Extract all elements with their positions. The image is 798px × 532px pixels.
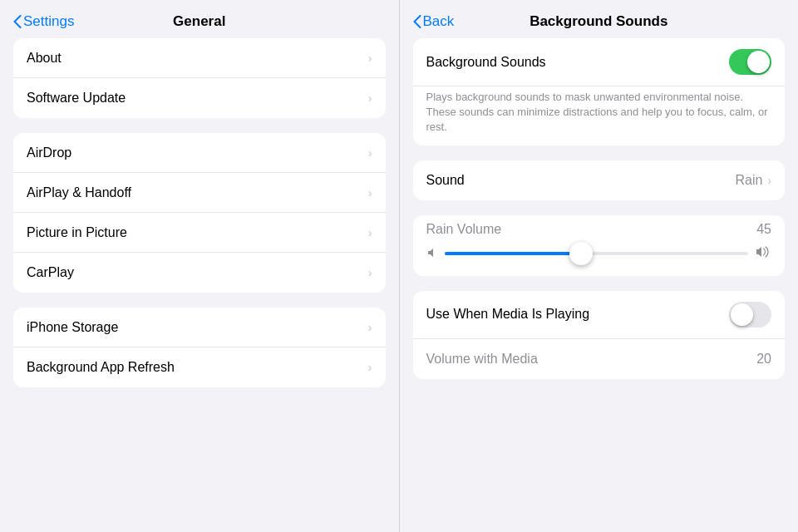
- carplay-row[interactable]: CarPlay ›: [13, 253, 386, 293]
- settings-group-2: AirDrop › AirPlay & Handoff › Picture in…: [13, 133, 386, 293]
- use-when-media-toggle[interactable]: [729, 302, 771, 328]
- sound-value: Rain: [735, 173, 762, 188]
- rain-volume-slider-container: Rain Volume 45: [413, 215, 786, 276]
- about-chevron-icon: ›: [368, 52, 372, 65]
- slider-label-row: Rain Volume 45: [426, 222, 772, 237]
- media-group: Use When Media Is Playing Volume with Me…: [413, 291, 786, 379]
- carplay-row-right: ›: [368, 266, 372, 279]
- volume-with-media-value: 20: [756, 352, 771, 367]
- use-when-media-row: Use When Media Is Playing: [413, 291, 786, 339]
- carplay-label: CarPlay: [27, 265, 74, 280]
- back-button[interactable]: Back: [413, 13, 455, 30]
- airplay-handoff-label: AirPlay & Handoff: [27, 185, 131, 200]
- background-app-refresh-label: Background App Refresh: [27, 360, 175, 375]
- about-row-right: ›: [368, 52, 372, 65]
- picture-in-picture-label: Picture in Picture: [27, 225, 127, 240]
- use-when-media-toggle-knob: [731, 303, 753, 326]
- airdrop-label: AirDrop: [27, 145, 71, 160]
- about-row[interactable]: About ›: [13, 38, 386, 78]
- iphone-storage-label: iPhone Storage: [27, 320, 118, 335]
- left-panel: Settings General About › Software Update…: [0, 0, 399, 532]
- slider-track[interactable]: [445, 252, 749, 255]
- software-update-chevron-icon: ›: [368, 91, 372, 105]
- sound-label: Sound: [426, 173, 465, 188]
- about-label: About: [27, 51, 62, 66]
- background-sounds-description: Plays background sounds to mask unwanted…: [413, 86, 786, 145]
- sound-row[interactable]: Sound Rain ›: [413, 160, 786, 200]
- airdrop-chevron-icon: ›: [368, 146, 372, 160]
- iphone-storage-chevron-icon: ›: [368, 321, 372, 334]
- background-app-refresh-row-right: ›: [368, 361, 372, 374]
- iphone-storage-row-right: ›: [368, 321, 372, 334]
- airdrop-row-right: ›: [368, 146, 372, 160]
- background-sounds-toggle-row: Background Sounds: [413, 38, 786, 86]
- background-sounds-toggle-label: Background Sounds: [426, 55, 546, 70]
- background-app-refresh-row[interactable]: Background App Refresh ›: [13, 347, 386, 387]
- background-app-refresh-chevron-icon: ›: [368, 361, 372, 374]
- volume-with-media-row: Volume with Media 20: [413, 339, 786, 379]
- left-nav-title: General: [173, 13, 225, 30]
- settings-group-1: About › Software Update ›: [13, 38, 386, 118]
- software-update-row-right: ›: [368, 91, 372, 105]
- picture-in-picture-row-right: ›: [368, 226, 372, 239]
- airplay-handoff-chevron-icon: ›: [368, 186, 372, 200]
- sound-row-right: Rain ›: [735, 173, 771, 188]
- sound-row-group: Sound Rain ›: [413, 160, 786, 200]
- volume-with-media-label: Volume with Media: [426, 352, 538, 367]
- software-update-label: Software Update: [27, 91, 126, 106]
- carplay-chevron-icon: ›: [368, 266, 372, 279]
- speaker-high-icon: [755, 245, 771, 263]
- right-panel: Back Background Sounds Background Sounds…: [400, 0, 799, 532]
- sound-chevron-icon: ›: [767, 174, 771, 187]
- airplay-handoff-row[interactable]: AirPlay & Handoff ›: [13, 173, 386, 213]
- iphone-storage-row[interactable]: iPhone Storage ›: [13, 308, 386, 347]
- slider-fill: [445, 252, 581, 255]
- airplay-handoff-row-right: ›: [368, 186, 372, 200]
- rain-volume-group: Rain Volume 45: [413, 215, 786, 276]
- right-nav-header: Back Background Sounds: [400, 0, 799, 38]
- right-back-label: Back: [423, 13, 455, 30]
- back-label: Settings: [23, 13, 74, 30]
- airdrop-row[interactable]: AirDrop ›: [13, 133, 386, 173]
- volume-with-media-row-right: 20: [756, 352, 771, 367]
- software-update-row[interactable]: Software Update ›: [13, 78, 386, 118]
- slider-track-row: [426, 245, 772, 263]
- settings-group-3: iPhone Storage › Background App Refresh …: [13, 308, 386, 387]
- slider-thumb[interactable]: [569, 242, 593, 265]
- left-settings-content: About › Software Update › AirDrop ›: [0, 38, 399, 387]
- right-settings-content: Background Sounds Plays background sound…: [400, 38, 799, 379]
- use-when-media-label: Use When Media Is Playing: [426, 307, 590, 322]
- picture-in-picture-chevron-icon: ›: [368, 226, 372, 239]
- toggle-knob: [747, 51, 770, 73]
- rain-volume-label: Rain Volume: [426, 222, 502, 237]
- right-nav-title: Background Sounds: [530, 13, 667, 30]
- background-sounds-toggle[interactable]: [729, 49, 771, 75]
- picture-in-picture-row[interactable]: Picture in Picture ›: [13, 213, 386, 253]
- settings-back-button[interactable]: Settings: [13, 13, 74, 30]
- rain-volume-value: 45: [756, 222, 771, 237]
- left-nav-header: Settings General: [0, 0, 399, 38]
- background-sounds-group: Background Sounds Plays background sound…: [413, 38, 786, 145]
- speaker-low-icon: [426, 247, 438, 261]
